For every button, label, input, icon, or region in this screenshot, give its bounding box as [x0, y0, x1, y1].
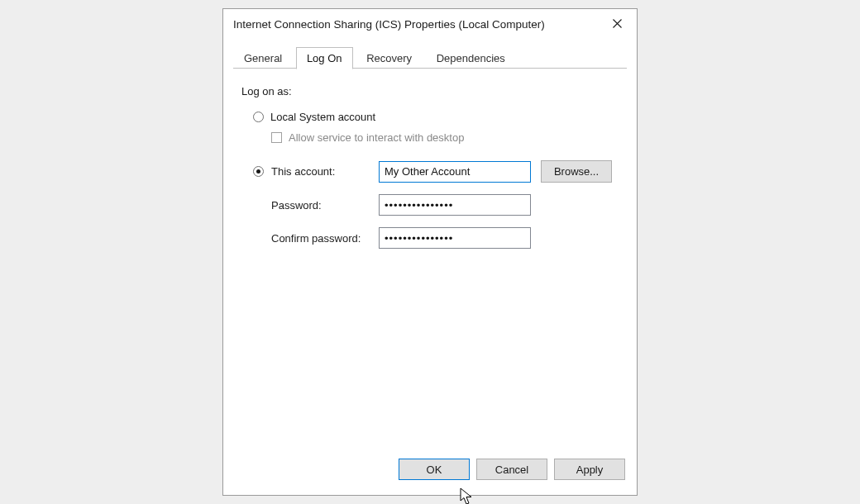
confirm-password-input[interactable] — [379, 227, 531, 249]
close-icon — [613, 18, 622, 30]
radio-local-system[interactable] — [253, 112, 264, 122]
checkbox-allow-interact-label: Allow service to interact with desktop — [289, 131, 464, 144]
radio-this-account[interactable] — [253, 166, 264, 177]
radio-local-system-row[interactable]: Local System account — [253, 111, 619, 123]
dialog-footer: OK Cancel Apply — [223, 454, 637, 495]
radio-this-account-row[interactable]: This account: Browse... — [253, 160, 619, 183]
tab-logon[interactable]: Log On — [296, 47, 353, 69]
logon-options-group: Local System account Allow service to in… — [241, 111, 619, 249]
tab-dependencies[interactable]: Dependencies — [426, 47, 516, 69]
checkbox-allow-interact-row: Allow service to interact with desktop — [271, 131, 619, 144]
radio-this-account-label: This account: — [271, 165, 379, 178]
properties-dialog: Internet Connection Sharing (ICS) Proper… — [222, 8, 638, 496]
apply-button[interactable]: Apply — [554, 459, 625, 480]
page-background: Internet Connection Sharing (ICS) Proper… — [0, 0, 860, 504]
account-name-input[interactable] — [379, 161, 531, 183]
tab-panel-logon: Log on as: Local System account Allow se… — [223, 69, 637, 454]
titlebar: Internet Connection Sharing (ICS) Proper… — [223, 9, 637, 39]
confirm-password-row: Confirm password: — [253, 227, 619, 249]
password-label: Password: — [271, 199, 379, 212]
dialog-title: Internet Connection Sharing (ICS) Proper… — [233, 18, 545, 31]
password-row: Password: — [253, 194, 619, 216]
checkbox-allow-interact — [271, 132, 282, 143]
close-button[interactable] — [599, 12, 635, 36]
password-input[interactable] — [379, 194, 531, 216]
confirm-password-label: Confirm password: — [271, 232, 379, 245]
radio-local-system-label: Local System account — [270, 111, 375, 123]
logon-heading: Log on as: — [241, 85, 619, 97]
tab-row: General Log On Recovery Dependencies — [233, 47, 627, 69]
browse-button[interactable]: Browse... — [541, 160, 612, 183]
cancel-button[interactable]: Cancel — [476, 459, 547, 480]
tab-general[interactable]: General — [233, 47, 293, 69]
tab-recovery[interactable]: Recovery — [356, 47, 423, 69]
ok-button[interactable]: OK — [399, 459, 470, 480]
